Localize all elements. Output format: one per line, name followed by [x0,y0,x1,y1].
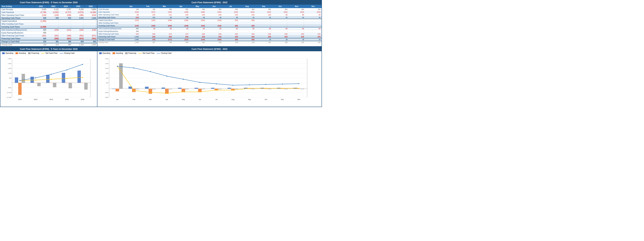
svg-point-118 [117,66,118,67]
monthly-cell-11-8: 18 [255,38,272,41]
five-year-cell-11-0: 234 [35,40,47,43]
svg-point-116 [282,88,283,89]
monthly-row-label-0: Cash Receipts [98,8,122,11]
svg-point-112 [216,90,217,91]
five-year-cell-0-4: 5,884 [84,8,97,11]
monthly-cell-8-10: - [288,30,305,33]
monthly-cell-12-6: 229 [222,41,239,44]
five-year-cell-5-2: - [60,23,72,25]
legend-financing: Financing [28,52,39,54]
monthly-legend-net-cash-line [138,53,142,53]
monthly-row-label-9: Other Financing Cash Flows [98,33,122,35]
monthly-cell-5-9: - [272,22,288,24]
monthly-cell-3-2: 92 [156,16,173,19]
month-header-Jul: Jul [222,5,239,8]
legend-closing-cash: Closing Cash [60,52,74,54]
svg-rect-102 [251,89,255,89]
monthly-cell-8-5: - [206,30,222,33]
monthly-cell-9-3: (17) [173,33,189,35]
monthly-table-title: Cash Flow Statement ($'000) - 2022 [98,0,322,5]
five-year-cell-6-3: - [72,25,84,29]
monthly-cell-12-5: 295 [206,41,222,44]
svg-text:-: - [11,82,11,84]
five-year-row-label-3: Operating Cash Flows [0,17,35,20]
monthly-cell-8-9: - [272,30,288,33]
five-year-cell-9-2: (346) [60,34,72,37]
svg-point-108 [150,92,151,93]
monthly-cell-3-10: 41 [288,16,305,19]
svg-rect-95 [136,89,139,89]
legend-net-cash-line [41,53,45,53]
five-year-cell-6-2: - [60,25,72,29]
five-year-cell-0-0: 3,423 [35,8,47,11]
month-header-Feb: Feb [140,5,156,8]
svg-point-37 [66,78,67,79]
monthly-cell-10-3: (24) [173,35,189,38]
monthly-cell-1-11: (252) [305,11,322,13]
monthly-cell-2-7: (10) [239,13,255,16]
main-container: Cash Flow Statement ($'000) - 5 Years to… [0,0,322,107]
monthly-row-label-4: Capital Expenditure [98,19,122,22]
monthly-cell-3-1: 101 [140,16,156,19]
five-year-row-label-2: Other Operating Cash Flows [0,14,35,17]
five-year-cell-3-1: 634 [47,17,60,20]
five-year-cell-1-3: (4,075) [72,11,84,14]
five-year-cell-5-3: - [72,23,84,25]
five-year-table-panel: Cash Flow Statement ($'000) - 5 Years to… [0,0,97,47]
svg-text:1,200: 1,200 [105,63,108,64]
legend-investing: Investing [16,52,26,54]
monthly-cell-1-6: (252) [222,11,239,13]
five-year-chart-title: Cash Flow Statement ($'000) - 5 Years to… [0,47,97,51]
monthly-cell-10-4: (24) [189,35,206,38]
five-year-cell-12-2: 880 [60,43,72,46]
svg-text:(200): (200) [105,92,108,93]
monthly-chart-area: (400)(200)-2004006001,0001,2001,400JanFe… [98,55,322,107]
monthly-legend-closing-cash: Closing Cash [157,52,172,54]
month-header-Aug: Aug [239,5,255,8]
five-year-cell-3-3: 1,031 [72,17,84,20]
five-year-cell-10-0: 924 [35,37,47,40]
legend-operating: Operating [2,52,13,54]
monthly-cell-6-8: - [255,24,272,27]
svg-point-114 [249,88,250,89]
monthly-cell-11-4: (144) [189,38,206,41]
svg-rect-32 [68,83,72,88]
five-year-cell-12-0: 234 [35,43,47,46]
five-year-cell-12-3: 1,339 [72,43,84,46]
svg-point-40 [35,77,36,78]
monthly-cell-8-1: - [140,30,156,33]
five-year-cell-3-2: 823 [60,17,72,20]
monthly-cell-9-7: (15) [239,33,255,35]
five-year-row-label-7: Debt Drawdowns/(Repayments) [0,28,35,31]
monthly-cell-3-6: 40 [222,16,239,19]
legend-net-cash: Net Cash Flow [41,52,58,54]
five-year-cell-0-3: 5,293 [72,8,84,11]
monthly-legend-closing-cash-line [157,53,160,53]
monthly-cell-5-7: - [239,22,255,24]
svg-rect-82 [116,89,119,91]
monthly-cell-3-11: 41 [305,16,322,19]
svg-text:Apr: Apr [166,99,168,100]
monthly-chart-panel: Cash Flow Statement ($'000) - 2022 Opera… [97,47,322,107]
monthly-cell-11-0: 1,045 [122,38,140,41]
monthly-cell-2-6: (10) [222,13,239,16]
five-year-cell-2-4: (219) [84,14,97,17]
monthly-cell-10-11: (23) [305,35,322,38]
monthly-cell-10-2: (25) [156,35,173,38]
legend-closing-cash-label: Closing Cash [64,52,74,54]
svg-text:2023: 2023 [34,99,37,100]
monthly-cell-3-9: 41 [272,16,288,19]
five-year-cell-7-2: (111) [60,28,72,31]
svg-text:1,400: 1,400 [105,58,108,59]
monthly-cell-12-3: 585 [173,41,189,44]
monthly-cell-11-11: 18 [305,38,322,41]
svg-point-41 [51,74,52,75]
monthly-cell-9-11: (15) [305,33,322,35]
five-year-cell-1-4: (4,399) [84,11,97,14]
year-2023-header: 2023 [47,5,60,8]
five-year-cell-4-1: - [47,19,60,23]
monthly-legend-financing-label: Financing [128,52,136,54]
monthly-cell-4-6: (83) [222,19,239,22]
five-year-cell-8-2: - [60,31,72,34]
monthly-cell-6-0: (125) [122,24,140,27]
